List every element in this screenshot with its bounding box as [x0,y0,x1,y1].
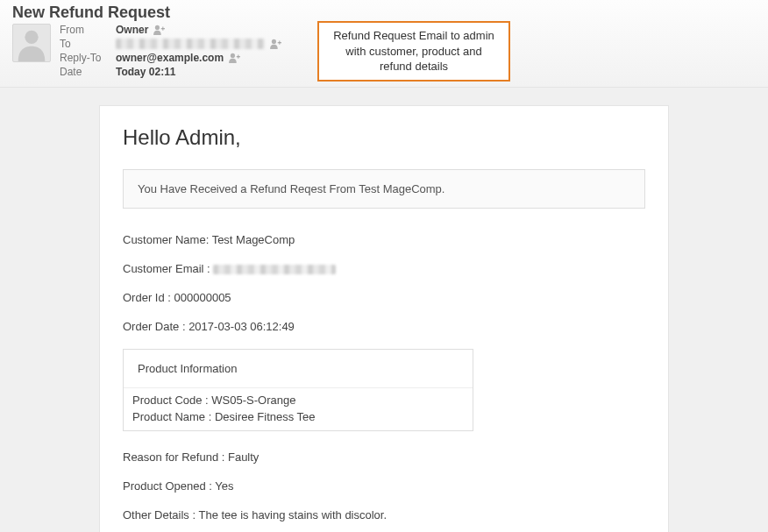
notice-box: You Have Received a Refund Reqest From T… [123,169,645,209]
reply-to-address: owner@example.com [116,52,224,64]
from-name: Owner [116,24,148,36]
email-header: New Refund Request From Owner To [0,0,768,88]
to-redacted [116,39,265,49]
order-date-line: Order Date : 2017-03-03 06:12:49 [123,320,645,333]
reason-line: Reason for Refund : Faulty [123,450,645,464]
other-details-line: Other Details : The tee is having stains… [123,508,645,521]
svg-point-2 [272,39,276,44]
avatar [12,24,51,62]
greeting: Hello Admin, [123,125,645,150]
add-contact-icon[interactable] [153,25,166,35]
product-info-header: Product Information [124,350,473,388]
reply-to-value: owner@example.com [116,52,282,64]
product-name-line: Product Name : Desiree Fitness Tee [132,410,464,423]
to-value [116,39,282,49]
svg-point-0 [25,31,38,44]
customer-email-redacted [213,265,336,274]
customer-name-line: Customer Name: Test MageComp [123,233,645,246]
product-code-line: Product Code : WS05-S-Orange [132,394,464,407]
add-contact-icon[interactable] [270,39,282,49]
order-id-line: Order Id : 000000005 [123,291,645,304]
to-label: To [60,38,116,50]
customer-email-label: Customer Email : [123,262,213,275]
add-contact-icon[interactable] [229,53,241,63]
annotation-callout: Refund Request Email to admin with custo… [317,21,510,82]
product-info-box: Product Information Product Code : WS05-… [123,349,473,431]
customer-email-line: Customer Email : [123,262,645,275]
date-value: Today 02:11 [116,66,282,78]
email-content-card: Hello Admin, You Have Received a Refund … [99,105,669,532]
svg-point-3 [231,53,235,58]
opened-line: Product Opened : Yes [123,479,645,493]
email-subject: New Refund Request [12,4,756,22]
reply-to-label: Reply-To [60,52,116,64]
from-value: Owner [116,24,282,36]
from-label: From [60,24,116,36]
email-body-area: Hello Admin, You Have Received a Refund … [0,88,768,532]
date-label: Date [60,66,116,78]
svg-point-1 [155,25,160,30]
